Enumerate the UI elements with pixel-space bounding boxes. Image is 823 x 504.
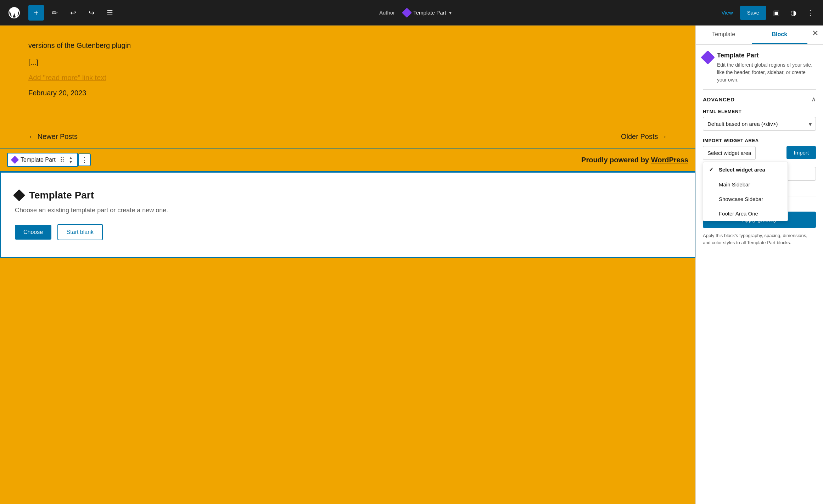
- more-options-button[interactable]: ⋮: [803, 6, 817, 20]
- author-label: Author: [379, 10, 395, 16]
- import-widget-label: IMPORT WIDGET AREA: [703, 138, 816, 143]
- sidebar-body: Template Part Edit the different global …: [696, 45, 823, 504]
- post-text-2: [...]: [28, 57, 667, 68]
- placeholder-diamond-icon: [13, 189, 25, 201]
- template-part-bar-left: Template Part ⠿ ▲ ▼: [7, 153, 78, 167]
- placeholder-title: Template Part: [15, 190, 681, 201]
- wp-logo-icon: [9, 7, 20, 18]
- import-button[interactable]: Import: [786, 146, 816, 159]
- save-button[interactable]: Save: [740, 6, 766, 20]
- edit-button[interactable]: ✏: [47, 5, 62, 21]
- template-part-nav-button[interactable]: Template Part ▾: [399, 7, 456, 18]
- contrast-button[interactable]: ◑: [786, 6, 800, 20]
- placeholder-actions: Choose Start blank: [15, 224, 681, 240]
- tab-block[interactable]: Block: [752, 26, 808, 44]
- dropdown-item-main-sidebar[interactable]: Main Sidebar: [703, 177, 788, 192]
- main-layout: versions of the Gutenberg plugin [...] A…: [0, 26, 823, 504]
- block-description: Edit the different global regions of you…: [717, 61, 816, 84]
- bar-label: Template Part: [21, 157, 56, 163]
- advanced-chevron-icon: ∧: [811, 95, 816, 103]
- view-button[interactable]: View: [717, 7, 737, 18]
- dropdown-item-showcase-sidebar[interactable]: Showcase Sidebar: [703, 192, 788, 206]
- template-part-nav-label: Template Part: [413, 10, 446, 16]
- canvas: versions of the Gutenberg plugin [...] A…: [0, 26, 695, 504]
- block-name: Template Part: [717, 52, 816, 59]
- add-block-button[interactable]: +: [28, 5, 44, 21]
- placeholder-description: Choose an existing template part or crea…: [15, 207, 681, 214]
- import-row: Select widget area ✓ Select widget area …: [703, 146, 816, 160]
- post-text-1: versions of the Gutenberg plugin: [28, 40, 667, 51]
- undo-button[interactable]: ↩: [65, 5, 81, 21]
- advanced-section-header[interactable]: Advanced ∧: [703, 95, 816, 103]
- apply-globally-description: Apply this block's typography, spacing, …: [703, 232, 816, 246]
- dropdown-item-select-widget[interactable]: ✓ Select widget area: [703, 162, 788, 177]
- sidebar-tabs: Template Block ✕: [696, 26, 823, 45]
- choose-button[interactable]: Choose: [15, 225, 51, 240]
- redo-button[interactable]: ↪: [84, 5, 99, 21]
- read-more-link[interactable]: Add "read more" link text: [28, 74, 106, 82]
- html-element-select[interactable]: Default based on area (<div>): [703, 117, 816, 131]
- block-options-button[interactable]: ⋮: [78, 153, 91, 166]
- wordpress-link[interactable]: WordPress: [651, 156, 688, 164]
- divider-1: [703, 89, 816, 90]
- layout-button[interactable]: ▣: [769, 6, 783, 20]
- template-part-icon: [402, 7, 412, 17]
- import-widget-section: IMPORT WIDGET AREA Select widget area ✓ …: [703, 138, 816, 160]
- block-info: Template Part Edit the different global …: [717, 52, 816, 84]
- toolbar: + ✏ ↩ ↪ ☰ Author Template Part ▾ View Sa…: [0, 0, 823, 26]
- widget-dropdown-menu: ✓ Select widget area Main Sidebar Showca…: [703, 162, 788, 221]
- template-placeholder: Template Part Choose an existing templat…: [0, 172, 695, 258]
- move-down-icon[interactable]: ▼: [69, 160, 73, 164]
- powered-by-text: Proudly powered by WordPress: [581, 156, 688, 164]
- older-posts-link[interactable]: Older Posts →: [621, 133, 667, 141]
- wp-logo[interactable]: [6, 4, 23, 21]
- toolbar-center: Author Template Part ▾: [121, 7, 715, 18]
- html-element-select-wrapper: Default based on area (<div>) ▾: [703, 117, 816, 131]
- toolbar-right: View Save ▣ ◑ ⋮: [717, 6, 817, 20]
- pagination: ← Newer Posts Older Posts →: [0, 125, 695, 148]
- dropdown-item-footer-area-one[interactable]: Footer Area One: [703, 206, 788, 221]
- advanced-section-title: Advanced: [703, 96, 735, 102]
- close-sidebar-button[interactable]: ✕: [807, 26, 823, 41]
- bar-diamond-icon: [11, 156, 19, 164]
- chevron-down-icon: ▾: [449, 10, 452, 16]
- newer-posts-link[interactable]: ← Newer Posts: [28, 133, 78, 141]
- widget-select-button[interactable]: Select widget area: [703, 146, 756, 160]
- start-blank-button[interactable]: Start blank: [57, 224, 103, 240]
- check-icon: ✓: [709, 166, 716, 173]
- html-element-label: HTML ELEMENT: [703, 109, 816, 114]
- tab-template[interactable]: Template: [696, 26, 752, 44]
- block-mover[interactable]: ▲ ▼: [69, 156, 73, 164]
- block-diamond-icon: [701, 50, 715, 65]
- bottom-strip: [0, 258, 695, 286]
- canvas-content: versions of the Gutenberg plugin [...] A…: [0, 26, 695, 125]
- sidebar: Template Block ✕ Template Part Edit the …: [695, 26, 823, 504]
- template-part-bar: Template Part ⠿ ▲ ▼ ⋮ Proudly powered by…: [0, 148, 695, 172]
- list-view-button[interactable]: ☰: [102, 5, 118, 21]
- block-header: Template Part Edit the different global …: [703, 52, 816, 84]
- drag-handle[interactable]: ⠿: [58, 156, 66, 164]
- post-date: February 20, 2023: [28, 89, 667, 97]
